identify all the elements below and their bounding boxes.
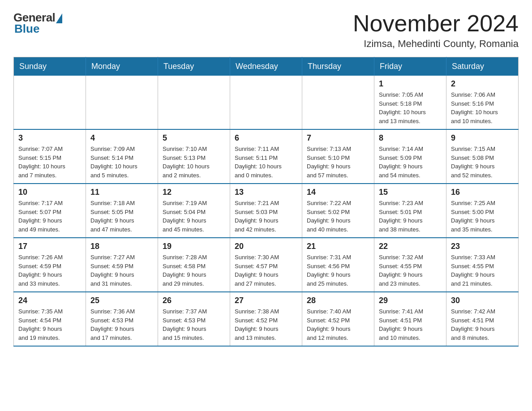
day-number: 17	[18, 242, 81, 251]
weekday-header-sunday: Sunday	[14, 57, 86, 76]
day-number: 29	[379, 296, 442, 305]
calendar-cell: 18Sunrise: 7:27 AMSunset: 4:59 PMDayligh…	[86, 238, 158, 292]
day-number: 27	[235, 296, 297, 305]
calendar-cell: 15Sunrise: 7:23 AMSunset: 5:01 PMDayligh…	[374, 184, 446, 238]
page-header: General Blue November 2024 Izimsa, Mehed…	[13, 11, 519, 50]
calendar-week-4: 17Sunrise: 7:26 AMSunset: 4:59 PMDayligh…	[14, 238, 519, 292]
day-number: 26	[163, 296, 225, 305]
day-info: Sunrise: 7:28 AMSunset: 4:58 PMDaylight:…	[163, 253, 225, 288]
day-number: 3	[18, 133, 81, 143]
day-info: Sunrise: 7:38 AMSunset: 4:52 PMDaylight:…	[235, 307, 297, 342]
day-number: 20	[235, 242, 297, 251]
day-info: Sunrise: 7:07 AMSunset: 5:15 PMDaylight:…	[18, 145, 81, 180]
day-number: 2	[451, 79, 514, 89]
location-title: Izimsa, Mehedinti County, Romania	[353, 38, 519, 50]
day-number: 5	[163, 133, 225, 143]
calendar-cell	[302, 76, 374, 129]
day-number: 25	[90, 296, 153, 305]
calendar-cell: 23Sunrise: 7:33 AMSunset: 4:55 PMDayligh…	[446, 238, 519, 292]
calendar-cell: 5Sunrise: 7:10 AMSunset: 5:13 PMDaylight…	[158, 129, 230, 184]
day-info: Sunrise: 7:35 AMSunset: 4:54 PMDaylight:…	[18, 307, 81, 342]
day-number: 8	[379, 133, 442, 143]
logo: General Blue	[13, 11, 62, 36]
day-number: 23	[451, 242, 514, 251]
calendar-cell	[86, 76, 158, 129]
day-number: 12	[163, 188, 225, 197]
day-number: 28	[307, 296, 369, 305]
calendar-cell: 22Sunrise: 7:32 AMSunset: 4:55 PMDayligh…	[374, 238, 446, 292]
calendar-cell: 6Sunrise: 7:11 AMSunset: 5:11 PMDaylight…	[230, 129, 302, 184]
calendar-cell: 26Sunrise: 7:37 AMSunset: 4:53 PMDayligh…	[158, 292, 230, 346]
calendar-cell: 20Sunrise: 7:30 AMSunset: 4:57 PMDayligh…	[230, 238, 302, 292]
day-info: Sunrise: 7:27 AMSunset: 4:59 PMDaylight:…	[90, 253, 153, 288]
calendar-cell: 29Sunrise: 7:41 AMSunset: 4:51 PMDayligh…	[374, 292, 446, 346]
day-number: 30	[451, 296, 514, 305]
day-number: 21	[307, 242, 369, 251]
day-number: 22	[379, 242, 442, 251]
calendar-week-5: 24Sunrise: 7:35 AMSunset: 4:54 PMDayligh…	[14, 292, 519, 346]
weekday-header-wednesday: Wednesday	[230, 57, 302, 76]
month-title: November 2024	[353, 11, 519, 36]
day-info: Sunrise: 7:19 AMSunset: 5:04 PMDaylight:…	[163, 199, 225, 234]
day-info: Sunrise: 7:05 AMSunset: 5:18 PMDaylight:…	[379, 90, 442, 125]
day-number: 19	[163, 242, 225, 251]
calendar-cell: 30Sunrise: 7:42 AMSunset: 4:51 PMDayligh…	[446, 292, 519, 346]
title-area: November 2024 Izimsa, Mehedinti County, …	[353, 11, 519, 50]
day-info: Sunrise: 7:30 AMSunset: 4:57 PMDaylight:…	[235, 253, 297, 288]
day-info: Sunrise: 7:15 AMSunset: 5:08 PMDaylight:…	[451, 145, 514, 180]
calendar-cell: 8Sunrise: 7:14 AMSunset: 5:09 PMDaylight…	[374, 129, 446, 184]
day-number: 18	[90, 242, 153, 251]
day-info: Sunrise: 7:23 AMSunset: 5:01 PMDaylight:…	[379, 199, 442, 234]
day-info: Sunrise: 7:40 AMSunset: 4:52 PMDaylight:…	[307, 307, 369, 342]
calendar-cell	[230, 76, 302, 129]
day-info: Sunrise: 7:09 AMSunset: 5:14 PMDaylight:…	[90, 145, 153, 180]
day-number: 10	[18, 188, 81, 197]
day-info: Sunrise: 7:42 AMSunset: 4:51 PMDaylight:…	[451, 307, 514, 342]
calendar-cell: 16Sunrise: 7:25 AMSunset: 5:00 PMDayligh…	[446, 184, 519, 238]
day-number: 7	[307, 133, 369, 143]
day-number: 24	[18, 296, 81, 305]
day-info: Sunrise: 7:17 AMSunset: 5:07 PMDaylight:…	[18, 199, 81, 234]
day-info: Sunrise: 7:33 AMSunset: 4:55 PMDaylight:…	[451, 253, 514, 288]
calendar-week-2: 3Sunrise: 7:07 AMSunset: 5:15 PMDaylight…	[14, 129, 519, 184]
weekday-header-thursday: Thursday	[302, 57, 374, 76]
calendar-cell	[158, 76, 230, 129]
calendar-cell	[14, 76, 86, 129]
logo-triangle-icon	[56, 13, 62, 23]
logo-blue-text: Blue	[14, 22, 39, 36]
day-number: 15	[379, 188, 442, 197]
day-info: Sunrise: 7:11 AMSunset: 5:11 PMDaylight:…	[235, 145, 297, 180]
day-number: 16	[451, 188, 514, 197]
day-number: 4	[90, 133, 153, 143]
day-info: Sunrise: 7:10 AMSunset: 5:13 PMDaylight:…	[163, 145, 225, 180]
day-info: Sunrise: 7:32 AMSunset: 4:55 PMDaylight:…	[379, 253, 442, 288]
calendar-cell: 24Sunrise: 7:35 AMSunset: 4:54 PMDayligh…	[14, 292, 86, 346]
day-info: Sunrise: 7:36 AMSunset: 4:53 PMDaylight:…	[90, 307, 153, 342]
weekday-header-saturday: Saturday	[446, 57, 519, 76]
day-info: Sunrise: 7:25 AMSunset: 5:00 PMDaylight:…	[451, 199, 514, 234]
day-number: 14	[307, 188, 369, 197]
day-info: Sunrise: 7:14 AMSunset: 5:09 PMDaylight:…	[379, 145, 442, 180]
calendar-cell: 2Sunrise: 7:06 AMSunset: 5:16 PMDaylight…	[446, 76, 519, 129]
calendar-cell: 17Sunrise: 7:26 AMSunset: 4:59 PMDayligh…	[14, 238, 86, 292]
day-info: Sunrise: 7:26 AMSunset: 4:59 PMDaylight:…	[18, 253, 81, 288]
weekday-header-row: SundayMondayTuesdayWednesdayThursdayFrid…	[14, 57, 519, 76]
calendar-week-3: 10Sunrise: 7:17 AMSunset: 5:07 PMDayligh…	[14, 184, 519, 238]
calendar-cell: 7Sunrise: 7:13 AMSunset: 5:10 PMDaylight…	[302, 129, 374, 184]
calendar-cell: 25Sunrise: 7:36 AMSunset: 4:53 PMDayligh…	[86, 292, 158, 346]
day-info: Sunrise: 7:06 AMSunset: 5:16 PMDaylight:…	[451, 90, 514, 125]
calendar-cell: 9Sunrise: 7:15 AMSunset: 5:08 PMDaylight…	[446, 129, 519, 184]
calendar-cell: 19Sunrise: 7:28 AMSunset: 4:58 PMDayligh…	[158, 238, 230, 292]
day-info: Sunrise: 7:13 AMSunset: 5:10 PMDaylight:…	[307, 145, 369, 180]
calendar-cell: 10Sunrise: 7:17 AMSunset: 5:07 PMDayligh…	[14, 184, 86, 238]
day-number: 13	[235, 188, 297, 197]
calendar-cell: 12Sunrise: 7:19 AMSunset: 5:04 PMDayligh…	[158, 184, 230, 238]
day-info: Sunrise: 7:41 AMSunset: 4:51 PMDaylight:…	[379, 307, 442, 342]
day-info: Sunrise: 7:18 AMSunset: 5:05 PMDaylight:…	[90, 199, 153, 234]
day-number: 1	[379, 79, 442, 89]
day-number: 11	[90, 188, 153, 197]
calendar-cell: 14Sunrise: 7:22 AMSunset: 5:02 PMDayligh…	[302, 184, 374, 238]
calendar-cell: 1Sunrise: 7:05 AMSunset: 5:18 PMDaylight…	[374, 76, 446, 129]
day-info: Sunrise: 7:21 AMSunset: 5:03 PMDaylight:…	[235, 199, 297, 234]
day-number: 9	[451, 133, 514, 143]
